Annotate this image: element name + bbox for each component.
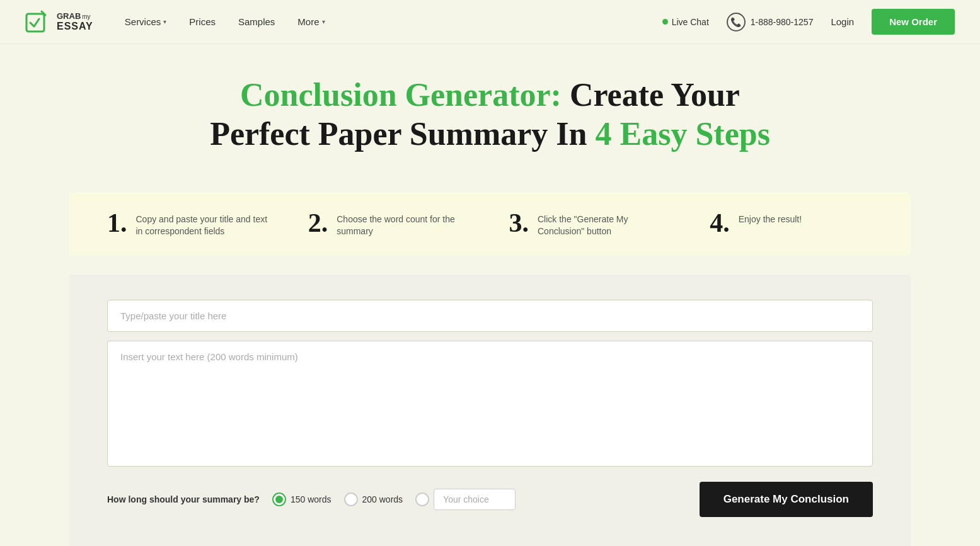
logo-icon <box>25 9 52 35</box>
text-input[interactable] <box>107 341 873 467</box>
chevron-down-icon: ▾ <box>163 18 166 25</box>
step-2: 2. Choose the word count for the summary <box>308 210 471 238</box>
bottom-row: How long should your summary be? 150 wor… <box>107 482 873 517</box>
hero-title-line2-black: Perfect Paper Summary In <box>210 116 595 152</box>
phone-button[interactable]: 📞 1-888-980-1257 <box>727 13 814 31</box>
step-2-number: 2. <box>308 210 328 236</box>
new-order-button[interactable]: New Order <box>872 9 955 35</box>
step-4: 4. Enjoy the result! <box>710 210 873 236</box>
nav-right: Live Chat 📞 1-888-980-1257 Login New Ord… <box>662 9 955 35</box>
hero-title-green: Conclusion Generator: <box>240 77 562 113</box>
nav-samples[interactable]: Samples <box>238 16 275 27</box>
step-3-number: 3. <box>509 210 529 236</box>
live-chat-button[interactable]: Live Chat <box>662 17 709 27</box>
logo-my-text: my <box>82 13 90 20</box>
live-chat-dot <box>662 19 668 25</box>
chevron-down-icon: ▾ <box>322 18 325 25</box>
step-1-text: Copy and paste your title and text in co… <box>136 210 270 238</box>
title-input[interactable] <box>107 300 873 332</box>
step-4-number: 4. <box>710 210 730 236</box>
phone-icon: 📞 <box>727 13 746 31</box>
hero-title-black1: Create Your <box>562 77 740 113</box>
step-2-text: Choose the word count for the summary <box>337 210 471 238</box>
nav-more[interactable]: More ▾ <box>297 16 325 27</box>
radio-custom[interactable] <box>415 489 516 510</box>
radio-custom-circle <box>415 492 429 506</box>
steps-bar: 1. Copy and paste your title and text in… <box>69 192 911 256</box>
radio-150-words[interactable]: 150 words <box>272 492 331 506</box>
nav-prices[interactable]: Prices <box>189 16 216 27</box>
hero-section: Conclusion Generator: Create Your Perfec… <box>0 44 980 173</box>
radio-group: 150 words 200 words <box>272 489 516 510</box>
generate-button[interactable]: Generate My Conclusion <box>700 482 873 517</box>
step-3-text: Click the "Generate My Conclusion" butto… <box>538 210 672 238</box>
nav-services[interactable]: Services ▾ <box>125 16 167 27</box>
step-1: 1. Copy and paste your title and text in… <box>107 210 270 238</box>
nav-links: Services ▾ Prices Samples More ▾ <box>125 16 662 27</box>
radio-200-words[interactable]: 200 words <box>344 492 403 506</box>
hero-title-line2-green: 4 Easy Steps <box>595 116 770 152</box>
radio-200-circle <box>344 492 358 506</box>
navbar: GRAB my ESSAY Services ▾ Prices Samples … <box>0 0 980 44</box>
form-area: How long should your summary be? 150 wor… <box>69 275 911 546</box>
login-button[interactable]: Login <box>831 16 854 27</box>
word-count-label: How long should your summary be? <box>107 494 260 505</box>
svg-rect-0 <box>26 14 44 31</box>
logo-essay-text: ESSAY <box>57 21 93 32</box>
radio-150-circle <box>272 492 286 506</box>
custom-choice-input[interactable] <box>434 489 516 510</box>
step-1-number: 1. <box>107 210 127 236</box>
step-4-text: Enjoy the result! <box>739 210 802 226</box>
step-3: 3. Click the "Generate My Conclusion" bu… <box>509 210 672 238</box>
logo[interactable]: GRAB my ESSAY <box>25 9 93 35</box>
logo-grab-text: GRAB <box>57 12 81 21</box>
hero-title: Conclusion Generator: Create Your Perfec… <box>207 76 774 154</box>
